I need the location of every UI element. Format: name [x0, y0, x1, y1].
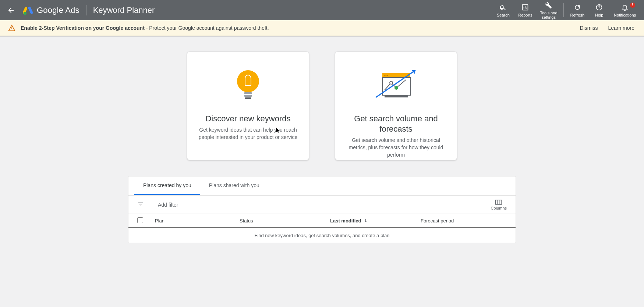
learn-more-link[interactable]: Learn more [608, 25, 634, 31]
reports-label: Reports [518, 13, 532, 17]
col-plan[interactable]: Plan [155, 218, 240, 224]
refresh-label: Refresh [570, 13, 585, 17]
svg-rect-8 [245, 97, 251, 99]
brand-divider [86, 5, 86, 15]
discover-sub: Get keyword ideas that can help you reac… [197, 126, 299, 141]
volume-title: Get search volume and forecasts [345, 114, 447, 134]
tab-shared-plans[interactable]: Plans shared with you [200, 176, 268, 195]
svg-rect-13 [385, 95, 408, 97]
columns-icon [495, 199, 502, 205]
svg-point-14 [390, 81, 393, 84]
svg-point-11 [387, 75, 388, 76]
help-label: Help [595, 13, 604, 17]
svg-rect-7 [244, 95, 252, 97]
svg-point-2 [24, 12, 26, 15]
search-icon [499, 3, 507, 11]
search-volume-card[interactable]: Get search volume and forecasts Get sear… [335, 52, 457, 160]
reports-button[interactable]: Reports [514, 3, 536, 17]
refresh-icon [574, 3, 581, 11]
table-header: Plan Status Last modified Forecast perio… [128, 214, 516, 228]
chart-trend-icon [372, 67, 420, 104]
empty-state: Find new keyword ideas, get search volum… [128, 228, 516, 243]
svg-rect-6 [244, 92, 252, 94]
col-modified-label: Last modified [330, 218, 361, 224]
wrench-icon [545, 1, 552, 9]
col-status[interactable]: Status [240, 218, 330, 224]
notifications-button[interactable]: ! Notifications [610, 3, 640, 17]
refresh-button[interactable]: Refresh [563, 3, 588, 17]
col-modified[interactable]: Last modified [330, 218, 421, 224]
bell-icon [621, 3, 629, 11]
brand: Google Ads [23, 5, 79, 15]
add-filter-button[interactable]: Add filter [158, 202, 178, 208]
notice-message: Enable 2-Step Verification on your Googl… [21, 25, 269, 31]
svg-rect-1 [28, 6, 33, 14]
tab-my-plans[interactable]: Plans created by you [134, 176, 200, 195]
reports-icon [521, 3, 529, 11]
lightbulb-icon [233, 67, 263, 104]
notifications-label: Notifications [614, 13, 636, 17]
arrow-down-icon [364, 218, 368, 223]
google-ads-logo-icon [23, 5, 33, 15]
search-button[interactable]: Search [492, 3, 514, 17]
columns-label: Columns [491, 206, 507, 210]
filter-icon[interactable] [137, 201, 144, 208]
arrow-left-icon [7, 6, 15, 14]
plans-tabs: Plans created by you Plans shared with y… [128, 176, 516, 196]
col-period[interactable]: Forecast period [421, 218, 507, 224]
discover-keywords-card[interactable]: Discover new keywords Get keyword ideas … [187, 52, 309, 160]
help-button[interactable]: Help [588, 3, 610, 17]
brand-text: Google Ads [37, 6, 79, 15]
svg-point-5 [237, 70, 259, 92]
tools-label: Tools and settings [540, 11, 557, 19]
cards-row: Discover new keywords Get keyword ideas … [0, 52, 644, 160]
svg-point-10 [385, 75, 386, 76]
discover-title: Discover new keywords [205, 114, 290, 124]
notification-badge: ! [630, 3, 635, 8]
help-icon [595, 3, 603, 11]
notice-rest: - Protect your Google account against pa… [145, 25, 269, 31]
select-all-checkbox[interactable] [137, 217, 143, 223]
notice-bold: Enable 2-Step Verification on your Googl… [21, 25, 145, 31]
columns-button[interactable]: Columns [491, 199, 507, 210]
volume-sub: Get search volume and other historical m… [345, 136, 447, 158]
topbar: Google Ads Keyword Planner Search Report… [0, 0, 644, 20]
page-title: Keyword Planner [93, 6, 155, 15]
back-button[interactable] [6, 5, 16, 15]
plans-panel: Plans created by you Plans shared with y… [128, 176, 516, 243]
svg-rect-18 [496, 200, 502, 204]
tools-settings-button[interactable]: Tools and settings [536, 1, 561, 19]
dismiss-button[interactable]: Dismiss [580, 25, 598, 31]
search-label: Search [497, 13, 510, 17]
warning-icon [8, 24, 15, 32]
notice-bar: Enable 2-Step Verification on your Googl… [0, 20, 644, 36]
svg-point-15 [394, 86, 398, 90]
filter-row: Add filter Columns [128, 196, 516, 214]
